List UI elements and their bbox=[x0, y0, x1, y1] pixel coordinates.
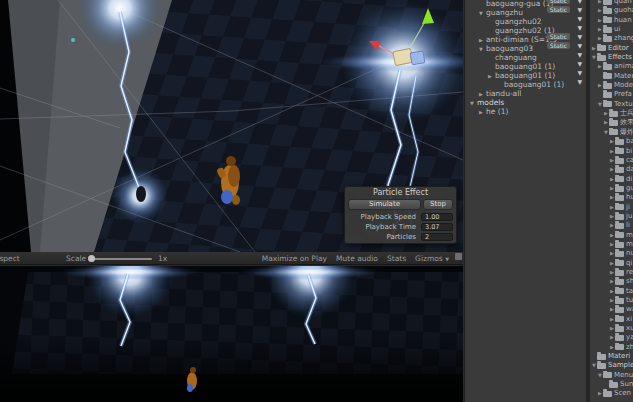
project-folder-da[interactable]: ▶da bbox=[590, 165, 633, 174]
row-dropdown-icon[interactable]: ▼ bbox=[577, 41, 582, 50]
project-folder-model[interactable]: ▶Model bbox=[590, 81, 633, 90]
game-view-toolbar: Free Aspect Scale 1x Maximize on PlayMut… bbox=[0, 252, 463, 265]
hierarchy-item-label: he (1) bbox=[486, 107, 508, 116]
hierarchy-item-baoguang01-1[interactable]: ▶baoguang01 (1)▼ bbox=[465, 68, 586, 77]
row-dropdown-icon[interactable]: ▼ bbox=[577, 23, 582, 32]
particle-field-playback-speed: Playback Speed1.00 bbox=[348, 212, 453, 222]
project-folder-editor[interactable]: ▶Editor bbox=[590, 44, 633, 53]
project-folder-prefa[interactable]: Prefa bbox=[590, 90, 633, 99]
particle-field-value[interactable]: 2 bbox=[421, 233, 453, 241]
project-folder-ui[interactable]: ▶ui bbox=[590, 25, 633, 34]
project-folder-anima[interactable]: ▶anima bbox=[590, 62, 633, 71]
project-folder-ta[interactable]: ▶ta bbox=[590, 287, 633, 296]
project-folder-[interactable]: ▼爆炸 bbox=[590, 128, 633, 137]
gizmo-cube[interactable] bbox=[393, 48, 414, 65]
project-folder-gu[interactable]: ▶gu bbox=[590, 184, 633, 193]
project-folder-ba[interactable]: ▶ba bbox=[590, 137, 633, 146]
project-folder-zhang[interactable]: ▶zhang bbox=[590, 34, 633, 43]
toolbar-button-gizmos[interactable]: Gizmos ▼ bbox=[415, 254, 449, 263]
vertex-handle-dot[interactable] bbox=[71, 38, 75, 42]
project-folder-sh[interactable]: ▶sh bbox=[590, 277, 633, 286]
hierarchy-item-tiandu-all[interactable]: ▶tiandu-all bbox=[465, 86, 586, 95]
project-folder-mater[interactable]: Mater bbox=[590, 72, 633, 81]
scale-slider-knob[interactable] bbox=[88, 255, 95, 262]
row-dropdown-icon[interactable]: ▼ bbox=[577, 5, 582, 14]
toolbar-button-mute-audio[interactable]: Mute audio bbox=[336, 254, 378, 263]
folder-label: da bbox=[626, 165, 633, 174]
hierarchy-item-he-1[interactable]: ▶he (1) bbox=[465, 104, 586, 113]
folder-icon bbox=[609, 382, 618, 388]
project-folder-sun[interactable]: Sun bbox=[590, 380, 633, 389]
folder-icon bbox=[603, 27, 612, 33]
row-dropdown-icon[interactable]: ▼ bbox=[577, 68, 582, 77]
hierarchy-item-models[interactable]: ▼models bbox=[465, 95, 586, 104]
toolbar-button-stats[interactable]: Stats bbox=[387, 254, 406, 263]
folder-icon bbox=[597, 55, 606, 61]
project-folder-bi[interactable]: ▶bi bbox=[590, 147, 633, 156]
project-folder-effects[interactable]: ▼Effects bbox=[590, 53, 633, 62]
project-folder-guoha[interactable]: ▶guoha bbox=[590, 6, 633, 15]
project-folder-scen[interactable]: ▶Scen bbox=[590, 389, 633, 398]
project-folder-ju[interactable]: ▶ju bbox=[590, 212, 633, 221]
project-folder-ji[interactable]: ▶ji bbox=[590, 203, 633, 212]
aspect-dropdown[interactable]: Free Aspect bbox=[0, 254, 20, 263]
scene-view[interactable]: Particle Effect Simulate Stop Playback S… bbox=[0, 0, 463, 252]
project-folder-textu[interactable]: ▼Textu bbox=[590, 100, 633, 109]
project-folder-huan[interactable]: ▶huan bbox=[590, 16, 633, 25]
row-dropdown-icon[interactable]: ▼ bbox=[577, 77, 582, 86]
project-folder-tu[interactable]: ▶tu bbox=[590, 296, 633, 305]
folder-label: anima bbox=[614, 62, 633, 71]
row-dropdown-icon[interactable]: ▼ bbox=[577, 14, 582, 23]
scrollbar-nub[interactable] bbox=[455, 253, 462, 260]
project-folder-menu[interactable]: ▼Menu bbox=[590, 371, 633, 380]
gizmo-panel[interactable] bbox=[410, 51, 425, 65]
simulate-button[interactable]: Simulate bbox=[348, 199, 421, 210]
particle-field-value[interactable]: 3.07 bbox=[421, 223, 453, 231]
game-view[interactable] bbox=[0, 266, 463, 402]
hierarchy-item-guangzhu02-1[interactable]: guangzhu02 (1)▼ bbox=[465, 23, 586, 32]
folder-icon bbox=[597, 363, 606, 369]
project-folder-[interactable]: ▶效果 bbox=[590, 118, 633, 127]
hierarchy-item-guangzhu[interactable]: ▼guangzhuStatic▼ bbox=[465, 5, 586, 14]
folder-label: ca bbox=[626, 156, 633, 165]
project-folder-wa[interactable]: ▶wa bbox=[590, 305, 633, 314]
particle-field-value[interactable]: 1.00 bbox=[421, 213, 453, 221]
row-dropdown-icon[interactable]: ▼ bbox=[577, 32, 582, 41]
project-folder-nu[interactable]: ▶nu bbox=[590, 249, 633, 258]
row-dropdown-icon[interactable]: ▼ bbox=[577, 50, 582, 59]
hierarchy-item-baoguang03[interactable]: ▼baoguang03Static▼ bbox=[465, 41, 586, 50]
folder-label: nu bbox=[626, 249, 633, 258]
project-folder-re[interactable]: ▶re bbox=[590, 268, 633, 277]
hierarchy-item-guangzhu02[interactable]: guangzhu02▼ bbox=[465, 14, 586, 23]
folder-icon bbox=[615, 148, 624, 154]
project-folder-zh[interactable]: ▶zh bbox=[590, 343, 633, 352]
hierarchy-item-baoguang01-1[interactable]: baoguang01 (1)▼ bbox=[465, 59, 586, 68]
scale-slider-track[interactable] bbox=[92, 258, 152, 260]
project-folder-ca[interactable]: ▶ca bbox=[590, 156, 633, 165]
row-dropdown-icon[interactable]: ▼ bbox=[577, 59, 582, 68]
project-folder-xu[interactable]: ▶xu bbox=[590, 324, 633, 333]
project-folder-li[interactable]: ▶li bbox=[590, 221, 633, 230]
stop-button[interactable]: Stop bbox=[423, 199, 453, 210]
project-folder-ma[interactable]: ▶ma bbox=[590, 231, 633, 240]
project-folder-hu[interactable]: ▶hu bbox=[590, 193, 633, 202]
hierarchy-item-baoguang01-1[interactable]: baoguang01 (1)▼ bbox=[465, 77, 586, 86]
chevron-down-icon: ▼ bbox=[445, 256, 449, 262]
project-folder-mi[interactable]: ▶mi bbox=[590, 240, 633, 249]
folder-label: hu bbox=[626, 193, 633, 202]
foldout-icon[interactable]: ▶ bbox=[479, 108, 486, 117]
folder-label: Scen bbox=[614, 389, 631, 398]
project-folder-xi[interactable]: ▶xi bbox=[590, 315, 633, 324]
hierarchy-item-changuang[interactable]: changuang▼ bbox=[465, 50, 586, 59]
project-folder-[interactable]: ▶士兵 bbox=[590, 109, 633, 118]
toolbar-button-maximize-on-play[interactable]: Maximize on Play bbox=[262, 254, 327, 263]
project-panel[interactable]: ▶quan▶guoha▶huan▶ui▶zhang▶Editor▼Effects… bbox=[586, 0, 633, 402]
static-badge: Static bbox=[547, 0, 570, 4]
project-folder-ya[interactable]: ▶ya bbox=[590, 333, 633, 342]
hierarchy-item-anti-dimian-s-1-5[interactable]: ▶anti-dimian (S=1.5Static▼ bbox=[465, 32, 586, 41]
project-folder-materi[interactable]: Materi bbox=[590, 352, 633, 361]
project-folder-sample[interactable]: ▼Sample bbox=[590, 361, 633, 370]
project-folder-di[interactable]: ▶di bbox=[590, 175, 633, 184]
project-folder-qi[interactable]: ▶qi bbox=[590, 259, 633, 268]
hierarchy-panel[interactable]: baoguang-gua (1)Static▼▼guangzhuStatic▼g… bbox=[464, 0, 586, 402]
